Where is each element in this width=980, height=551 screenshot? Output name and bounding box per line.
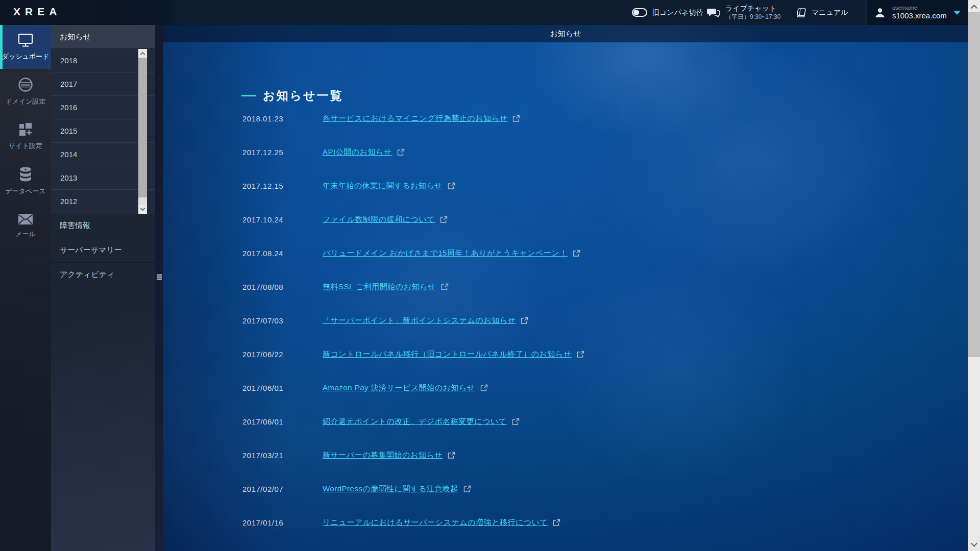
notice-date: 2017/08/08: [242, 283, 323, 291]
notice-link[interactable]: Amazon Pay 決済サービス開始のお知らせ: [323, 383, 478, 393]
content-header-title: お知らせ: [550, 29, 581, 39]
sidebar-item-mail[interactable]: メール: [0, 204, 51, 248]
live-chat-hours: （平日）9:30~17:30: [725, 13, 780, 21]
external-link-icon: [448, 452, 455, 459]
notice-row: 2017/06/01 紹介還元ポイントの改正、デジポ名称変更について: [163, 405, 968, 438]
notice-row: 2017/03/21 新サーバーの募集開始のお知らせ: [163, 438, 968, 472]
notice-link[interactable]: WordPressの脆弱性に関する注意喚起: [323, 484, 461, 494]
notice-row: 2017.12.25 API公開のお知らせ: [163, 135, 968, 169]
notice-link[interactable]: バリュードメイン おかげさまで15周年！ありがとうキャンペーン！: [323, 248, 570, 258]
sidebar-item-label: データベース: [5, 187, 45, 196]
mail-icon: [17, 213, 34, 226]
chevron-down-icon: [953, 11, 961, 15]
scrollbar-thumb[interactable]: [138, 58, 147, 197]
notice-date: 2017/06/22: [242, 350, 323, 359]
notice-row: 2017/06/01 Amazon Pay 決済サービス開始のお知らせ: [163, 371, 968, 405]
old-panel-toggle[interactable]: 旧コンパネ切替: [632, 0, 703, 25]
notice-link[interactable]: ファイル数制限の緩和について: [323, 215, 437, 224]
live-chat-button[interactable]: ライブチャット （平日）9:30~17:30: [707, 0, 780, 25]
years-list: 2018 2017 2016 2015 2014 2013 2012: [51, 49, 155, 214]
chevron-down-icon: [140, 206, 145, 211]
notice-row: 2017/01/16 リニューアルにおけるサーバーシステムの増強と移行について: [163, 506, 968, 539]
notice-link[interactable]: 年末年始の休業に関するお知らせ: [323, 181, 445, 191]
svg-text:www: www: [20, 83, 31, 87]
main-content: お知らせ お知らせ一覧 2018.01.23 各サービスにおけるマイニング行為禁…: [163, 25, 968, 551]
sidebar-item-site[interactable]: サイト設定: [0, 114, 51, 159]
topbar: XREA 旧コンパネ切替 ライブチャット （平日）9:30~17:30 マニュア…: [0, 0, 980, 25]
notice-link[interactable]: 新コントロールパネル移行（旧コントロールパネル終了）のお知らせ: [323, 349, 574, 359]
xrea-logo: XREA: [13, 7, 61, 18]
notice-link[interactable]: 無料SSL ご利用開始のお知らせ: [323, 282, 438, 292]
user-menu[interactable]: username s1003.xrea.com: [866, 0, 968, 25]
user-icon: [874, 7, 886, 19]
notice-date: 2017.10.24: [242, 215, 323, 224]
notice-link[interactable]: 紹介還元ポイントの改正、デジポ名称変更について: [323, 417, 509, 427]
notice-row: 2017.08.24 バリュードメイン おかげさまで15周年！ありがとうキャンペ…: [163, 236, 968, 270]
notice-link[interactable]: リニューアルにおけるサーバーシステムの増強と移行について: [323, 518, 550, 528]
site-icon: [18, 122, 33, 137]
external-link-icon: [448, 182, 455, 190]
notice-link[interactable]: 「サーバーポイント」新ポイントシステムのお知らせ: [323, 316, 518, 325]
external-link-icon: [553, 519, 560, 527]
notice-date: 2017.12.15: [242, 182, 323, 190]
sidebar-item-database[interactable]: データベース: [0, 159, 51, 204]
notice-date: 2017/06/01: [242, 384, 323, 392]
notice-row: 2017.12.15 年末年始の休業に関するお知らせ: [163, 169, 968, 203]
notice-row: 2017/06/22 新コントロールパネル移行（旧コントロールパネル終了）のお知…: [163, 337, 968, 371]
notice-link[interactable]: 各サービスにおけるマイニング行為禁止のお知らせ: [323, 114, 510, 123]
username-label: username: [892, 5, 947, 11]
external-link-icon: [512, 418, 520, 425]
external-link-icon: [440, 216, 448, 223]
external-link-icon: [441, 283, 449, 291]
manual-button[interactable]: マニュアル: [795, 0, 848, 25]
heading-dash: [241, 95, 256, 96]
book-icon: [795, 7, 806, 18]
notice-date: 2017/03/21: [242, 451, 323, 460]
external-link-icon: [521, 317, 528, 324]
sidebar-item-dashboard[interactable]: ダッシュボード: [0, 25, 51, 69]
account-name: s1003.xrea.com: [892, 11, 947, 20]
sidebar-item-label: サイト設定: [9, 141, 42, 151]
panel-resize-handle[interactable]: [157, 274, 162, 280]
scroll-down-button[interactable]: [138, 205, 147, 214]
notice-link[interactable]: API公開のお知らせ: [323, 147, 395, 157]
external-link-icon: [463, 485, 471, 493]
notice-date: 2017/07/03: [242, 316, 323, 325]
sidebar-item-domain[interactable]: www ドメイン設定: [0, 69, 51, 114]
live-chat-label: ライブチャット: [725, 4, 780, 13]
scroll-down-button[interactable]: [968, 539, 980, 551]
page-scrollbar[interactable]: [968, 0, 980, 551]
notice-date: 2017.08.24: [242, 249, 323, 258]
panel-item-server-summary[interactable]: サーバーサマリー: [51, 238, 155, 263]
notice-link[interactable]: 新サーバーの募集開始のお知らせ: [323, 450, 445, 460]
chat-bubbles-icon: [707, 7, 720, 18]
panel-item-incidents[interactable]: 障害情報: [51, 214, 155, 238]
chevron-up-icon: [140, 52, 145, 57]
notice-row: 2017/08/08 無料SSL ご利用開始のお知らせ: [163, 270, 968, 304]
dashboard-icon: [17, 33, 34, 48]
external-link-icon: [480, 384, 488, 392]
primary-sidebar: ダッシュボード www ドメイン設定 サイト設定: [0, 25, 51, 551]
toggle-icon: [632, 8, 647, 17]
scrollbar-thumb[interactable]: [968, 12, 980, 357]
scroll-up-button[interactable]: [968, 0, 980, 12]
content-header: お知らせ: [163, 25, 968, 42]
years-scrollbar[interactable]: [138, 49, 147, 214]
sidebar-item-label: ドメイン設定: [5, 97, 45, 106]
external-link-icon: [577, 350, 584, 358]
database-icon: [18, 166, 33, 183]
notice-row: 2017.10.24 ファイル数制限の緩和について: [163, 203, 968, 236]
sidebar-item-label: メール: [15, 230, 36, 239]
external-link-icon: [512, 115, 520, 122]
domain-icon: www: [17, 77, 34, 93]
scroll-up-button[interactable]: [138, 49, 147, 58]
panel-resizer: [155, 25, 163, 551]
panel-item-notices[interactable]: お知らせ: [51, 25, 155, 49]
panel-item-activity[interactable]: アクティビティ: [51, 263, 155, 287]
notice-date: 2017/01/16: [242, 518, 323, 527]
notice-date: 2017.12.25: [242, 148, 323, 157]
secondary-panel: お知らせ 2018 2017 2016 2015 2014 2013 2012 …: [51, 25, 155, 551]
notice-date: 2017/02/07: [242, 485, 323, 493]
chevron-up-icon: [971, 5, 977, 11]
xrea-control-panel: XREA 旧コンパネ切替 ライブチャット （平日）9:30~17:30 マニュア…: [0, 0, 980, 551]
